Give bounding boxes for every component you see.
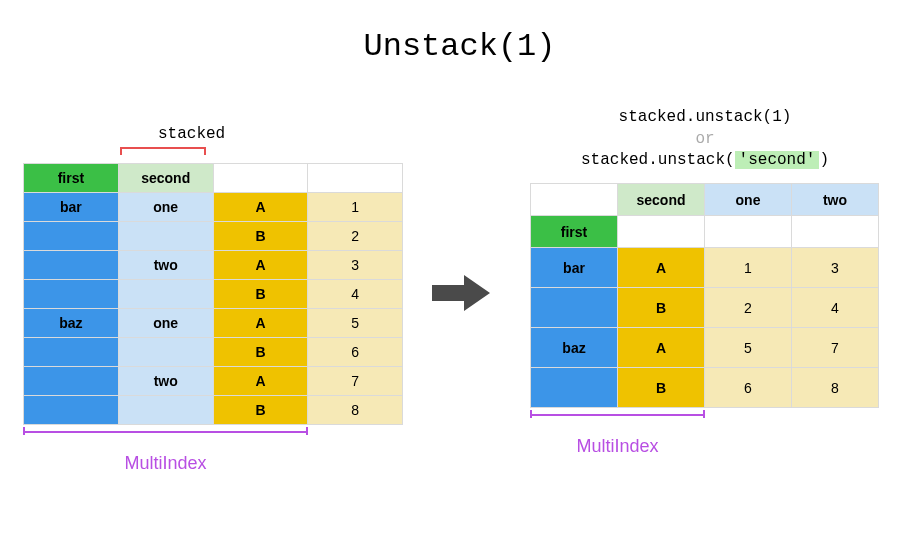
cell: two	[118, 251, 213, 280]
code2-pre: stacked.unstack(	[581, 151, 735, 169]
cell	[24, 280, 119, 309]
cell: baz	[531, 328, 618, 368]
cell: B	[213, 396, 308, 425]
cell: 5	[308, 309, 403, 338]
cell: A	[618, 248, 705, 288]
cell: 2	[308, 222, 403, 251]
cell: 6	[308, 338, 403, 367]
diagram-stage: stacked first second baroneA1 B2 twoA3 B…	[0, 71, 919, 531]
left-multiindex-label: MultiIndex	[23, 453, 308, 474]
cell: 2	[705, 288, 792, 328]
page-title: Unstack(1)	[0, 0, 919, 71]
cell: bar	[531, 248, 618, 288]
cell: 8	[308, 396, 403, 425]
cell: 8	[792, 368, 879, 408]
cell: 1	[308, 193, 403, 222]
cell: two	[118, 367, 213, 396]
cell: A	[213, 367, 308, 396]
blank	[705, 216, 792, 248]
hdr-two: two	[792, 184, 879, 216]
cell: 1	[705, 248, 792, 288]
cell: B	[213, 338, 308, 367]
cell	[531, 368, 618, 408]
right-multiindex-label: MultiIndex	[530, 436, 705, 457]
hdr-first: first	[24, 164, 119, 193]
cell	[531, 288, 618, 328]
hdr-second: second	[118, 164, 213, 193]
cell: 4	[792, 288, 879, 328]
cell: A	[618, 328, 705, 368]
hdr-first: first	[531, 216, 618, 248]
right-code-caption: stacked.unstack(1) or stacked.unstack('s…	[530, 107, 880, 172]
left-table-wrap: first second baroneA1 B2 twoA3 B4 bazone…	[23, 163, 403, 474]
cell: bar	[24, 193, 119, 222]
hdr-blank1	[213, 164, 308, 193]
cell: B	[618, 368, 705, 408]
cell	[24, 222, 119, 251]
red-bracket	[120, 147, 206, 159]
cell	[118, 338, 213, 367]
cell: 7	[308, 367, 403, 396]
right-table: second one two first barA13 B24 bazA57 B…	[530, 183, 879, 408]
cell	[24, 338, 119, 367]
right-multiindex-bracket	[530, 414, 880, 428]
cell: 5	[705, 328, 792, 368]
cell: 4	[308, 280, 403, 309]
cell: 3	[308, 251, 403, 280]
cell: A	[213, 193, 308, 222]
arrow-icon	[432, 273, 492, 313]
hdr-one: one	[705, 184, 792, 216]
cell: 6	[705, 368, 792, 408]
code2-highlight: 'second'	[735, 151, 820, 169]
stacked-label: stacked	[158, 125, 225, 143]
code-line-1: stacked.unstack(1)	[530, 107, 880, 129]
blank	[792, 216, 879, 248]
cell: B	[213, 222, 308, 251]
code-line-2: stacked.unstack('second')	[530, 150, 880, 172]
left-multiindex-bracket	[23, 431, 403, 445]
cell	[24, 367, 119, 396]
cell: B	[618, 288, 705, 328]
cell: one	[118, 309, 213, 338]
cell: 3	[792, 248, 879, 288]
cell: B	[213, 280, 308, 309]
cell	[24, 251, 119, 280]
code-or: or	[530, 129, 880, 151]
hdr-blank2	[308, 164, 403, 193]
code2-post: )	[819, 151, 829, 169]
cell	[118, 280, 213, 309]
svg-marker-0	[432, 275, 490, 311]
cell: baz	[24, 309, 119, 338]
blank	[618, 216, 705, 248]
cell	[118, 222, 213, 251]
cell: A	[213, 309, 308, 338]
hdr-second: second	[618, 184, 705, 216]
blank	[531, 184, 618, 216]
cell	[118, 396, 213, 425]
cell	[24, 396, 119, 425]
right-table-wrap: second one two first barA13 B24 bazA57 B…	[530, 183, 880, 457]
cell: A	[213, 251, 308, 280]
cell: 7	[792, 328, 879, 368]
cell: one	[118, 193, 213, 222]
left-table: first second baroneA1 B2 twoA3 B4 bazone…	[23, 163, 403, 425]
